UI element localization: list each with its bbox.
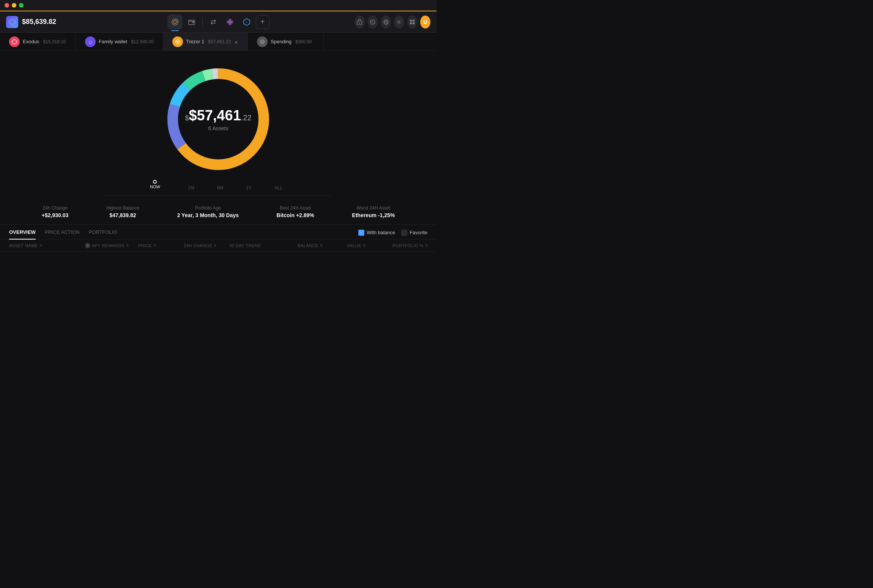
- donut-amount: $$57,461.22: [185, 107, 251, 124]
- trezor-tab-balance: $57,461.22: [208, 39, 231, 44]
- with-balance-label: With balance: [367, 230, 395, 235]
- stat-best-value: Bitcoin +2.89%: [277, 212, 314, 218]
- with-balance-checkbox-checked[interactable]: ✓: [358, 230, 364, 236]
- wallet-tab-spending[interactable]: Spending $360.50: [248, 33, 324, 50]
- svg-marker-0: [9, 19, 15, 25]
- col-balance[interactable]: BALANCE ⇅: [298, 243, 347, 248]
- avatar-btn[interactable]: U: [420, 16, 430, 28]
- timeline-now-text: NOW: [150, 184, 160, 189]
- wallet-tab-exodus[interactable]: Exodus $15,318.10: [0, 33, 76, 50]
- col-30day-trend[interactable]: 30 DAY TREND: [229, 243, 298, 248]
- svg-point-10: [229, 24, 230, 25]
- apy-help-icon: ?: [85, 243, 90, 248]
- svg-text:+: +: [246, 20, 247, 24]
- header-left: $85,639.82: [6, 16, 82, 28]
- filter-controls: ✓ With balance Favorite: [358, 230, 427, 240]
- col-portfolio-pct[interactable]: PORTFOLIO % ⇅: [392, 243, 430, 248]
- spending-icon: [257, 36, 268, 47]
- wallet-tabs: Exodus $15,318.10 ⌂ Family wallet $12,50…: [0, 33, 436, 51]
- tab-price-action[interactable]: PRICE ACTION: [45, 229, 80, 240]
- col-24h-change[interactable]: 24H CHANGE ⇅: [184, 243, 229, 248]
- sort-apy-icon: ⇅: [126, 244, 129, 247]
- chart-area: $$57,461.22 6 Assets NOW NOW 1M 6M 1Y AL…: [0, 51, 436, 199]
- sort-value-icon: ⇅: [363, 244, 366, 247]
- filter-favorite[interactable]: Favorite: [401, 230, 427, 236]
- settings-btn[interactable]: [394, 16, 404, 28]
- add-nav-btn[interactable]: +: [256, 15, 269, 29]
- stat-best-asset: Best 24H Asset Bitcoin +2.89%: [277, 205, 314, 218]
- close-dot[interactable]: [5, 3, 9, 8]
- svg-point-29: [260, 40, 264, 44]
- stat-highest-value: $47,839.82: [106, 212, 139, 218]
- stat-24h-value: +$2,930.03: [42, 212, 68, 218]
- col-apy-rewards[interactable]: ? APY REWARDS ⇅: [85, 243, 138, 248]
- stats-row: 24h Change +$2,930.03 Highest Balance $4…: [0, 199, 436, 225]
- plus-icon: +: [260, 17, 265, 26]
- timeline-all[interactable]: ALL: [274, 184, 282, 192]
- header-center: + +: [82, 14, 355, 30]
- logo-icon[interactable]: [6, 16, 18, 28]
- vault-btn[interactable]: [355, 16, 365, 28]
- exodus-tab-name: Exodus: [23, 39, 39, 44]
- sort-portfolio-icon: ⇅: [425, 244, 429, 247]
- history-btn[interactable]: [368, 16, 378, 28]
- family-icon: ⌂: [85, 36, 96, 47]
- total-balance: $85,639.82: [22, 18, 56, 26]
- svg-rect-24: [410, 22, 412, 24]
- filter-with-balance[interactable]: ✓ With balance: [358, 230, 395, 236]
- maximize-dot[interactable]: [19, 3, 24, 8]
- tab-overview[interactable]: OVERVIEW: [9, 229, 36, 240]
- stat-worst-asset: Worst 24H Asset Ethereum -1,25%: [352, 205, 395, 218]
- donut-center: $$57,461.22 6 Assets: [185, 107, 251, 131]
- donut-assets-label: 6 Assets: [185, 125, 251, 131]
- svg-rect-22: [410, 20, 412, 22]
- swap-nav-btn[interactable]: [206, 14, 221, 30]
- exodus-tab-balance: $15,318.10: [43, 39, 66, 44]
- sort-asset-icon: ⇅: [39, 244, 43, 247]
- stat-age-value: 2 Year, 3 Month, 30 Days: [177, 212, 239, 218]
- titlebar: [0, 0, 436, 11]
- wallet-tab-trezor[interactable]: Trezor 1 $57,461.22 ▲: [163, 33, 248, 50]
- nav-divider: [202, 17, 203, 27]
- main-content: $$57,461.22 6 Assets NOW NOW 1M 6M 1Y AL…: [0, 51, 436, 252]
- minimize-dot[interactable]: [12, 3, 16, 8]
- timeline: NOW NOW 1M 6M 1Y ALL: [104, 184, 332, 195]
- svg-rect-15: [357, 21, 362, 25]
- donut-chart: $$57,461.22 6 Assets: [158, 58, 279, 180]
- wallet-nav-btn[interactable]: [184, 14, 199, 30]
- svg-point-3: [173, 20, 176, 24]
- col-value[interactable]: VALUE ⇅: [347, 243, 392, 248]
- trezor-icon: [172, 36, 183, 47]
- exodus-icon: [9, 36, 20, 47]
- stat-age-label: Portfolio Age: [177, 205, 239, 211]
- timeline-1m[interactable]: 1M: [188, 184, 194, 192]
- grid-btn[interactable]: [407, 16, 418, 28]
- svg-point-11: [227, 21, 228, 22]
- svg-point-21: [398, 21, 400, 23]
- sort-balance-icon: ⇅: [320, 244, 323, 247]
- svg-point-12: [232, 21, 233, 22]
- table-header: ASSET NAME ⇅ ? APY REWARDS ⇅ PRICE ⇅ 24H…: [0, 240, 436, 252]
- svg-point-8: [229, 21, 231, 23]
- col-asset-name[interactable]: ASSET NAME ⇅: [9, 243, 85, 248]
- col-price[interactable]: PRICE ⇅: [138, 243, 184, 248]
- stat-24h-change: 24h Change +$2,930.03: [42, 205, 68, 218]
- svg-point-30: [262, 41, 263, 43]
- svg-point-16: [359, 22, 360, 23]
- stat-worst-value: Ethereum -1,25%: [352, 212, 395, 218]
- header: $85,639.82: [0, 11, 436, 33]
- timeline-1y[interactable]: 1Y: [246, 184, 252, 192]
- favorite-checkbox-empty[interactable]: [401, 230, 407, 236]
- svg-rect-25: [413, 22, 414, 24]
- wallet-tab-family[interactable]: ⌂ Family wallet $12,500.00: [76, 33, 163, 50]
- portfolio-nav-btn[interactable]: [167, 14, 183, 30]
- svg-rect-23: [413, 20, 414, 22]
- tab-portfolio[interactable]: PORTFOLIO: [89, 229, 117, 240]
- add-wallet-nav-btn[interactable]: +: [239, 14, 254, 30]
- stat-worst-label: Worst 24H Asset: [352, 205, 395, 211]
- apps-nav-btn[interactable]: [222, 14, 238, 30]
- globe-btn[interactable]: [381, 16, 391, 28]
- stat-highest-balance: Highest Balance $47,839.82: [106, 205, 139, 218]
- timeline-6m[interactable]: 6M: [217, 184, 224, 192]
- family-tab-balance: $12,500.00: [131, 39, 154, 44]
